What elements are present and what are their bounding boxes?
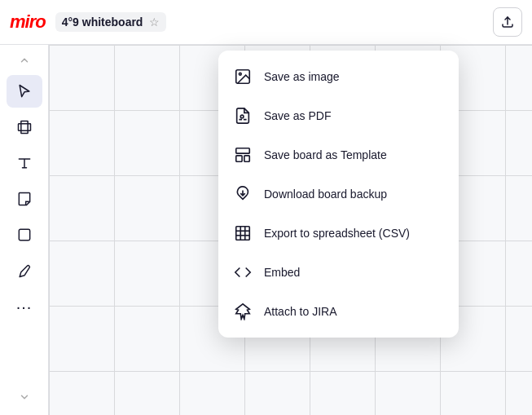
embed-label: Embed — [264, 266, 300, 279]
menu-item-save-image[interactable]: Save as image — [218, 57, 459, 96]
menu-item-save-template[interactable]: Save board as Template — [218, 135, 459, 174]
scroll-up-button[interactable] — [15, 51, 33, 72]
export-dropdown: Save as image Save as PDF Save board as … — [218, 51, 459, 338]
embed-icon — [231, 261, 254, 284]
download-icon — [231, 183, 254, 205]
board-title: 4°9 whiteboard — [62, 15, 143, 29]
shape-icon — [16, 227, 33, 243]
menu-item-embed[interactable]: Embed — [218, 253, 459, 292]
text-icon — [16, 155, 33, 171]
svg-rect-3 — [20, 121, 27, 124]
image-icon — [231, 65, 254, 88]
sidebar-item-frame[interactable] — [7, 111, 42, 143]
svg-rect-2 — [28, 124, 30, 130]
svg-rect-10 — [244, 156, 249, 161]
svg-rect-5 — [19, 229, 29, 240]
header: miro 4°9 whiteboard ☆ — [0, 0, 532, 45]
export-csv-label: Export to spreadsheet (CSV) — [264, 227, 410, 240]
menu-item-download-backup[interactable]: Download board backup — [218, 174, 459, 214]
svg-rect-9 — [236, 156, 242, 161]
sidebar-item-text[interactable] — [7, 147, 42, 179]
sidebar-bottom — [15, 388, 33, 408]
note-icon — [16, 191, 33, 207]
save-template-label: Save board as Template — [264, 148, 387, 161]
sidebar: ··· — [0, 45, 49, 415]
attach-jira-label: Attach to JIRA — [264, 305, 336, 318]
sidebar-item-pen[interactable] — [7, 254, 42, 287]
svg-rect-8 — [236, 148, 250, 153]
menu-item-save-pdf[interactable]: Save as PDF — [218, 96, 459, 135]
miro-logo: miro — [10, 11, 46, 33]
menu-item-export-csv[interactable]: Export to spreadsheet (CSV) — [218, 214, 459, 253]
more-dots: ··· — [16, 298, 33, 316]
cursor-icon — [16, 83, 33, 99]
export-button[interactable] — [493, 7, 522, 37]
svg-rect-4 — [20, 130, 27, 133]
save-image-label: Save as image — [264, 70, 340, 83]
sidebar-item-shape[interactable] — [7, 219, 42, 251]
template-icon — [231, 143, 254, 166]
save-pdf-label: Save as PDF — [264, 109, 331, 122]
sidebar-item-note[interactable] — [7, 183, 42, 215]
pen-icon — [16, 263, 33, 279]
star-icon[interactable]: ☆ — [149, 15, 160, 29]
menu-item-attach-jira[interactable]: Attach to JIRA — [218, 292, 459, 331]
download-backup-label: Download board backup — [264, 188, 387, 201]
spreadsheet-icon — [231, 222, 254, 245]
svg-rect-1 — [18, 124, 20, 130]
jira-icon — [231, 300, 254, 323]
scroll-down-button[interactable] — [15, 388, 33, 408]
sidebar-item-more[interactable]: ··· — [7, 290, 42, 323]
frame-icon — [16, 119, 33, 135]
svg-rect-11 — [236, 227, 250, 241]
sidebar-item-cursor[interactable] — [7, 75, 42, 108]
pdf-icon — [231, 104, 254, 127]
board-title-area: 4°9 whiteboard ☆ — [55, 12, 167, 32]
share-icon — [500, 15, 515, 29]
svg-point-7 — [239, 73, 241, 75]
